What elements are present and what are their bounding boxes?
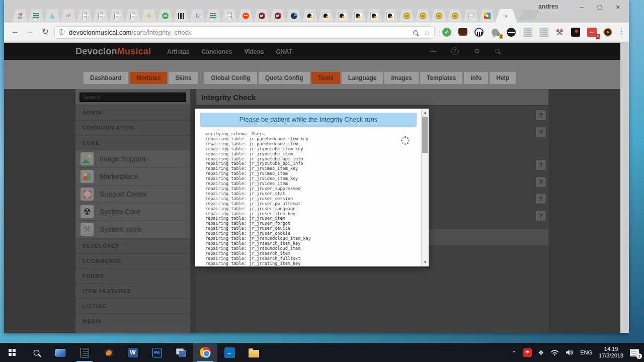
sidebar-section-ecommerce[interactable]: ECOMMERCE [75, 253, 190, 268]
modal-scrollbar[interactable]: ▲ ▼ [421, 109, 429, 266]
sidebar-section-developer[interactable]: DEVELOPER [75, 238, 190, 253]
tab-quota-config[interactable]: Quota Config [259, 72, 310, 84]
tab-help[interactable]: Help [490, 72, 516, 84]
ghost-1-extension-icon[interactable] [521, 26, 533, 38]
nav-canciones[interactable]: Canciones [202, 48, 232, 55]
tab-language[interactable]: Language [342, 72, 383, 84]
taskbar-control-panel[interactable] [48, 343, 72, 362]
help-question-button[interactable]: ? [535, 127, 546, 138]
active-browser-tab[interactable]: × [495, 9, 517, 23]
browser-tab[interactable]: ✽ [141, 9, 157, 23]
browser-tab[interactable] [302, 9, 318, 23]
browser-tab[interactable] [173, 9, 189, 23]
browser-tab[interactable]: (( [189, 9, 205, 23]
tab-tools[interactable]: Tools [311, 72, 340, 84]
browser-tab[interactable] [366, 9, 382, 23]
tab-templates[interactable]: Templates [420, 72, 462, 84]
search-icon[interactable] [495, 49, 500, 53]
runner-dark-extension-icon[interactable] [570, 26, 582, 38]
browser-tab[interactable] [350, 9, 366, 23]
gear-icon[interactable]: ⚙ [474, 47, 480, 55]
wifi-icon[interactable] [550, 349, 559, 356]
chrome-menu-icon[interactable]: ⋮ [618, 27, 625, 35]
forward-button[interactable]: → [24, 27, 36, 36]
taskbar-network-app[interactable] [169, 343, 193, 362]
site-logo[interactable]: DevocionMusical [75, 46, 151, 57]
browser-tab[interactable] [447, 9, 463, 23]
notification-center-icon[interactable]: 1 [630, 349, 639, 356]
taskbar-search-button[interactable] [24, 343, 48, 362]
browser-tab[interactable] [28, 9, 44, 23]
browser-tab[interactable]: M [254, 9, 270, 23]
reload-button[interactable]: ↻ [39, 27, 51, 36]
nav-chat[interactable]: CHAT [276, 48, 292, 55]
language-indicator[interactable]: ENG [580, 349, 592, 355]
taskbar-chrome[interactable] [193, 343, 217, 362]
chrome-profile-name[interactable]: andres [538, 3, 558, 10]
bookmark-star-icon[interactable]: ☆ [424, 29, 430, 37]
nav-artistas[interactable]: Artistas [167, 48, 190, 55]
clock[interactable]: 14:19 17/3/2018 [599, 346, 623, 359]
browser-tab[interactable] [463, 9, 479, 23]
sidebar-section-item-features[interactable]: ITEM FEATURES [75, 283, 190, 298]
fox-dark-extension-icon[interactable] [457, 26, 469, 38]
maximize-button[interactable]: □ [592, 1, 608, 13]
help-question-button[interactable]: ? [535, 193, 546, 204]
sidebar-item-system-tools[interactable]: ⚒System Tools [75, 220, 190, 238]
chart-circle-extension-icon[interactable] [473, 26, 485, 38]
browser-tab[interactable] [479, 9, 495, 23]
sidebar-item-system-core[interactable]: ☢System Core [75, 203, 190, 220]
cluster-extension-icon[interactable]: 3 [489, 26, 501, 38]
browser-tab[interactable] [205, 9, 221, 23]
dots-red-extension-icon[interactable]: ...4 [586, 26, 598, 38]
help-icon[interactable]: ? [451, 47, 459, 55]
help-question-button[interactable]: ? [535, 176, 546, 188]
browser-tab[interactable] [431, 9, 447, 23]
address-bar[interactable]: ⓘ devocionmusical.com/core/integrity_che… [54, 26, 435, 39]
new-tab-button[interactable] [519, 10, 540, 20]
back-button[interactable]: ← [9, 27, 21, 36]
help-question-button[interactable]: ? [535, 110, 546, 121]
help-question-button[interactable]: ? [535, 210, 546, 221]
avira-icon[interactable]: ☂ [523, 348, 532, 357]
tab-info[interactable]: Info [464, 72, 488, 84]
sidebar-section-media[interactable]: MEDIA [75, 313, 190, 328]
tab-close-icon[interactable]: × [502, 12, 510, 20]
site-info-icon[interactable]: ⓘ [59, 28, 65, 37]
browser-tab[interactable] [318, 9, 334, 23]
browser-tab[interactable]: 10 [157, 9, 173, 23]
tab-skins[interactable]: Skins [169, 72, 198, 84]
browser-tab[interactable] [44, 9, 60, 23]
taskbar-teamviewer[interactable]: ↔ [217, 343, 242, 362]
taskbar-orange-app[interactable] [97, 343, 121, 362]
browser-tab[interactable] [93, 9, 109, 23]
dash-icon[interactable]: — [430, 47, 436, 55]
ok-green-extension-icon[interactable]: ✓ [441, 26, 453, 38]
browser-tab[interactable] [334, 9, 350, 23]
sidebar-section-core[interactable]: CORE [75, 135, 190, 150]
spy-extension-icon[interactable] [505, 26, 517, 38]
browser-tab[interactable] [109, 9, 125, 23]
taskbar-notepad[interactable] [72, 343, 97, 362]
taskbar-explorer[interactable] [242, 343, 266, 362]
start-button[interactable] [0, 343, 24, 362]
tab-images[interactable]: Images [384, 72, 418, 84]
help-question-button[interactable]: ? [535, 159, 546, 170]
browser-tab[interactable] [398, 9, 415, 23]
close-button[interactable]: × [610, 1, 626, 13]
sidebar-item-image-support[interactable]: Image Support [75, 150, 190, 167]
scroll-down-icon[interactable]: ▼ [422, 259, 429, 266]
sidebar-section-admin[interactable]: ADMIN [75, 105, 190, 120]
sidebar-item-support-center[interactable]: Support Center [75, 185, 190, 203]
modal-scroll-thumb[interactable] [422, 117, 428, 153]
minimize-button[interactable]: – [574, 1, 590, 13]
sidebar-item-marketplace[interactable]: Marketplace [75, 167, 190, 185]
play-gold-extension-icon[interactable] [602, 26, 614, 38]
nav-videos[interactable]: Videos [244, 48, 264, 55]
browser-tab[interactable] [382, 9, 398, 23]
sidebar-section-communication[interactable]: COMMUNICATION [75, 120, 190, 135]
scroll-up-icon[interactable]: ▲ [422, 109, 429, 116]
sidebar-section-forms[interactable]: FORMS [75, 268, 190, 283]
browser-tab[interactable] [415, 9, 431, 23]
browser-tab[interactable] [76, 9, 93, 23]
